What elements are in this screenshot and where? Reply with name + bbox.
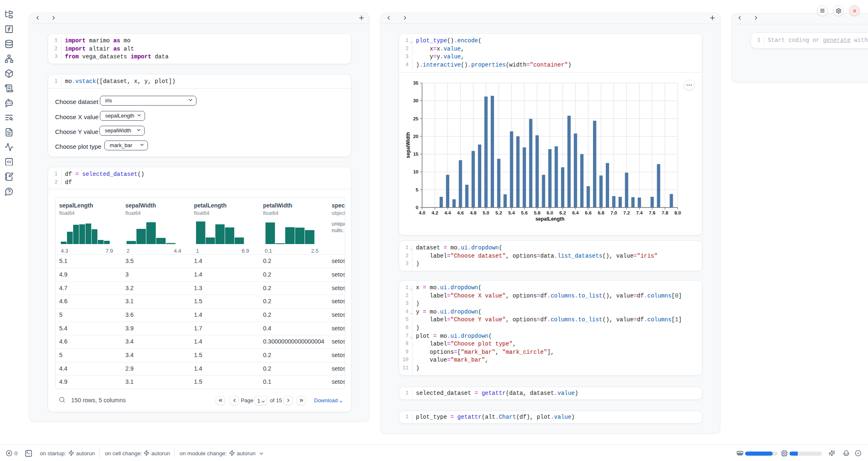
svg-text:7.8: 7.8 xyxy=(662,210,669,215)
svg-text:6.2: 6.2 xyxy=(559,210,566,215)
svg-text:5.0: 5.0 xyxy=(483,210,489,215)
svg-text:6.0: 6.0 xyxy=(547,210,553,215)
svg-text:4.6: 4.6 xyxy=(457,210,464,215)
svg-text:0: 0 xyxy=(416,205,418,210)
svg-text:4.0: 4.0 xyxy=(419,210,425,215)
svg-text:6.6: 6.6 xyxy=(585,210,591,215)
svg-text:4.2: 4.2 xyxy=(432,210,438,215)
svg-text:sepalLength: sepalLength xyxy=(536,216,565,222)
svg-text:5.2: 5.2 xyxy=(496,210,502,215)
svg-text:7.0: 7.0 xyxy=(611,210,617,215)
svg-text:5.6: 5.6 xyxy=(521,210,528,215)
svg-text:7.4: 7.4 xyxy=(636,210,643,215)
svg-text:25: 25 xyxy=(413,116,418,121)
svg-text:6.4: 6.4 xyxy=(572,210,579,215)
svg-text:5: 5 xyxy=(416,187,419,192)
svg-text:4.4: 4.4 xyxy=(444,210,451,215)
svg-text:7.2: 7.2 xyxy=(623,210,630,215)
svg-text:sepalWidth: sepalWidth xyxy=(405,132,411,158)
svg-text:10: 10 xyxy=(413,170,418,175)
svg-text:30: 30 xyxy=(413,99,418,104)
svg-text:8.0: 8.0 xyxy=(674,210,681,215)
svg-text:20: 20 xyxy=(413,134,418,139)
svg-text:6.8: 6.8 xyxy=(598,210,605,215)
svg-text:35: 35 xyxy=(413,81,418,85)
svg-text:7.6: 7.6 xyxy=(649,210,656,215)
svg-text:5.4: 5.4 xyxy=(508,210,515,215)
svg-text:4.8: 4.8 xyxy=(470,210,477,215)
svg-text:15: 15 xyxy=(413,152,418,157)
svg-text:5.8: 5.8 xyxy=(534,210,541,215)
